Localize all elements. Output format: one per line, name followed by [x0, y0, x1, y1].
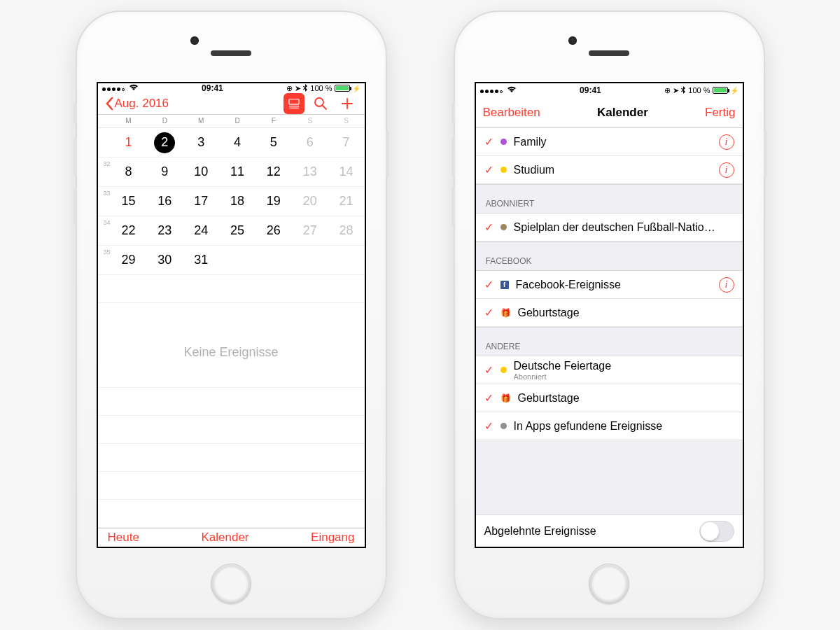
week-row: 22232425262728 [98, 216, 365, 246]
day-cell[interactable]: 15 [111, 194, 147, 209]
wifi-icon [507, 85, 517, 95]
signal-dots-icon [102, 83, 126, 93]
search-button[interactable] [310, 93, 331, 114]
day-cell[interactable]: 28 [328, 223, 365, 238]
calendar-color-dot [500, 224, 507, 230]
add-event-button[interactable] [337, 93, 358, 114]
location-icon: ➤ [295, 84, 301, 93]
day-cell[interactable]: 16 [146, 194, 183, 209]
day-cell[interactable]: 30 [146, 253, 183, 267]
day-cell[interactable]: 18 [219, 194, 255, 209]
calendar-color-dot [500, 367, 507, 373]
day-cell[interactable]: 9 [146, 164, 183, 179]
events-list: Keine Ereignisse [98, 275, 365, 528]
day-cell[interactable]: 3 [183, 135, 219, 150]
day-cell[interactable]: 17 [183, 194, 219, 209]
day-cell[interactable]: 11 [219, 164, 255, 179]
battery-pct: 100 % [688, 86, 710, 94]
day-cell[interactable]: 1 [111, 135, 147, 150]
weekday-label: S [328, 117, 365, 125]
calendar-row[interactable]: ✓Familyi [476, 128, 743, 156]
calendar-row[interactable]: ✓Spielplan der deutschen Fußball-Natio… [476, 214, 743, 241]
calendar-row[interactable]: ✓Studiumi [476, 156, 743, 184]
day-cell[interactable]: 22 [111, 223, 147, 238]
done-button[interactable]: Fertig [705, 106, 735, 120]
calendar-name: Spielplan der deutschen Fußball-Natio… [514, 221, 734, 234]
calendar-name: Facebook-Ereignisse [516, 279, 712, 291]
day-cell[interactable]: 31 [183, 253, 219, 267]
gift-icon: 🎁 [500, 308, 511, 318]
day-cell[interactable]: 10 [183, 164, 219, 179]
calendar-row[interactable]: ✓fFacebook-Ereignissei [476, 271, 743, 299]
info-button[interactable]: i [719, 162, 734, 178]
day-cell[interactable]: 4 [219, 135, 255, 150]
day-cell[interactable]: 14 [328, 164, 365, 179]
day-cell[interactable]: 2 [146, 132, 183, 153]
day-cell[interactable]: 6 [292, 135, 328, 150]
declined-events-switch[interactable] [699, 521, 734, 542]
today-button[interactable]: Heute [108, 531, 139, 545]
calendars-button[interactable]: Kalender [201, 531, 248, 545]
gift-icon: 🎁 [500, 393, 511, 403]
back-button[interactable]: Aug. 2016 [105, 97, 169, 111]
calendar-row[interactable]: ✓Deutsche FeiertageAbonniert [476, 356, 743, 384]
weekday-label: F [255, 117, 292, 125]
day-cell[interactable]: 12 [255, 164, 292, 179]
edit-button[interactable]: Bearbeiten [483, 106, 540, 120]
check-icon: ✓ [484, 419, 493, 433]
check-icon: ✓ [484, 135, 493, 148]
bluetooth-icon [303, 84, 308, 93]
calendar-name: Studium [514, 164, 712, 176]
day-cell[interactable]: 27 [292, 223, 328, 238]
calendar-color-dot [500, 167, 507, 173]
status-bar: 09:41 ⊕ ➤ 100 % ⚡ [476, 83, 743, 97]
day-cell[interactable]: 29 [111, 253, 147, 267]
day-cell[interactable]: 13 [292, 164, 328, 179]
day-cell[interactable]: 19 [255, 194, 292, 209]
svg-line-4 [323, 106, 326, 109]
check-icon: ✓ [484, 363, 493, 377]
home-button[interactable] [211, 564, 251, 604]
day-cell[interactable]: 7 [328, 135, 365, 150]
week-row: 1234567 [98, 128, 365, 158]
week-number: 34 [99, 219, 111, 226]
list-view-icon [288, 98, 300, 109]
section-header: ANDERE [476, 327, 743, 356]
day-cell[interactable]: 21 [328, 194, 365, 209]
home-button[interactable] [589, 564, 629, 604]
phone-calendar-list: 09:41 ⊕ ➤ 100 % ⚡ Bearbeiten Kalender Fe… [454, 10, 765, 620]
day-cell[interactable]: 20 [292, 194, 328, 209]
week-row: 293031 [98, 246, 365, 275]
orientation-lock-icon: ⊕ [286, 84, 293, 93]
bottom-toolbar: Heute Kalender Eingang [98, 528, 365, 547]
weekday-label: S [292, 117, 328, 125]
check-icon: ✓ [484, 306, 493, 319]
day-cell[interactable]: 25 [219, 223, 255, 238]
bluetooth-icon [681, 86, 686, 95]
section-header: ABONNIERT [476, 184, 743, 214]
day-cell[interactable]: 24 [183, 223, 219, 238]
navbar-month: Aug. 2016 [98, 93, 365, 115]
day-cell[interactable]: 26 [255, 223, 292, 238]
status-time: 09:41 [139, 83, 287, 93]
info-button[interactable]: i [719, 277, 734, 293]
plus-icon [340, 97, 354, 111]
declined-events-row: Abgelehnte Ereignisse [476, 514, 743, 547]
weekday-label: M [111, 117, 147, 125]
inbox-button[interactable]: Eingang [311, 531, 354, 545]
navbar-title: Kalender [546, 106, 699, 120]
navbar-calendars: Bearbeiten Kalender Fertig [476, 97, 743, 128]
day-cell[interactable]: 8 [111, 164, 147, 179]
week-row: 15161718192021 [98, 187, 365, 216]
calendar-row[interactable]: ✓In Apps gefundene Ereignisse [476, 412, 743, 440]
weekday-label: D [219, 117, 255, 125]
view-toggle-button[interactable] [284, 93, 304, 114]
check-icon: ✓ [484, 391, 493, 405]
calendar-color-dot [500, 423, 507, 429]
day-cell[interactable]: 5 [255, 135, 292, 150]
calendar-row[interactable]: ✓🎁Geburtstage [476, 299, 743, 327]
day-cell[interactable]: 23 [146, 223, 183, 238]
calendar-row[interactable]: ✓🎁Geburtstage [476, 384, 743, 412]
section-header: FACEBOOK [476, 241, 743, 271]
info-button[interactable]: i [719, 134, 734, 150]
